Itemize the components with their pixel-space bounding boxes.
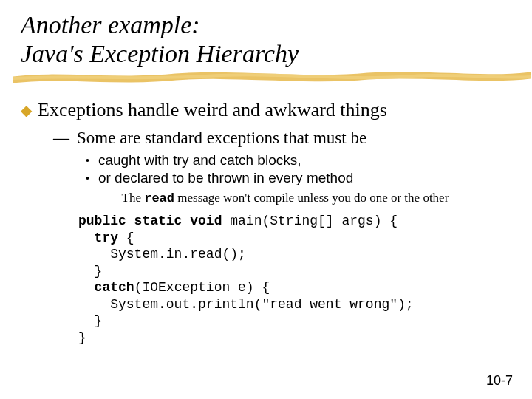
bullet-level-2: — Some are standard exceptions that must… <box>53 129 511 148</box>
code-text: System.in.read(); <box>78 247 246 262</box>
lvl4-suffix: message won't compile unless you do one … <box>174 191 449 205</box>
lvl3-item-1: or declared to be thrown in every method <box>98 170 353 186</box>
code-text: { <box>118 231 134 245</box>
bullet-level-3: • or declared to be thrown in every meth… <box>86 170 511 186</box>
title-line-1: Another example: <box>21 11 200 38</box>
dot-bullet-icon: • <box>86 152 89 168</box>
code-text: } <box>78 330 86 345</box>
code-kw: catch <box>78 280 134 295</box>
lvl1-text: Exceptions handle weird and awkward thin… <box>38 99 387 121</box>
dot-bullet-icon: • <box>86 170 89 186</box>
bullet-level-3: • caught with try and catch blocks, <box>86 152 511 168</box>
diamond-bullet-icon: ◆ <box>21 99 32 121</box>
code-text: (IOException e) { <box>134 280 270 295</box>
title-line-2: Java's Exception Hierarchy <box>21 40 299 67</box>
bullet-level-1: ◆ Exceptions handle weird and awkward th… <box>21 99 511 121</box>
slide: Another example: Java's Exception Hierar… <box>0 0 532 399</box>
code-kw: try <box>78 231 118 245</box>
lvl3-item-0: caught with try and catch blocks, <box>98 152 301 168</box>
code-block: public static void main(String[] args) {… <box>78 213 511 346</box>
code-text: } <box>78 313 102 328</box>
title-underline <box>21 72 511 86</box>
code-text: } <box>78 264 102 279</box>
lvl2-text: Some are standard exceptions that must b… <box>77 129 366 148</box>
code-text: System.out.println("read went wrong"); <box>78 297 414 312</box>
lvl4-text: The read message won't compile unless yo… <box>122 191 449 205</box>
bullet-level-4: – The read message won't compile unless … <box>109 191 511 205</box>
lvl4-mono: read <box>144 191 174 205</box>
brush-stroke-icon <box>13 72 531 83</box>
code-kw: public static void <box>78 214 222 228</box>
page-number: 10-7 <box>486 373 513 389</box>
code-text: main(String[] args) { <box>222 214 398 228</box>
slide-title: Another example: Java's Exception Hierar… <box>21 10 511 68</box>
em-dash-bullet-icon: — <box>53 129 69 148</box>
dash-bullet-icon: – <box>109 191 116 205</box>
lvl4-prefix: The <box>122 191 145 205</box>
